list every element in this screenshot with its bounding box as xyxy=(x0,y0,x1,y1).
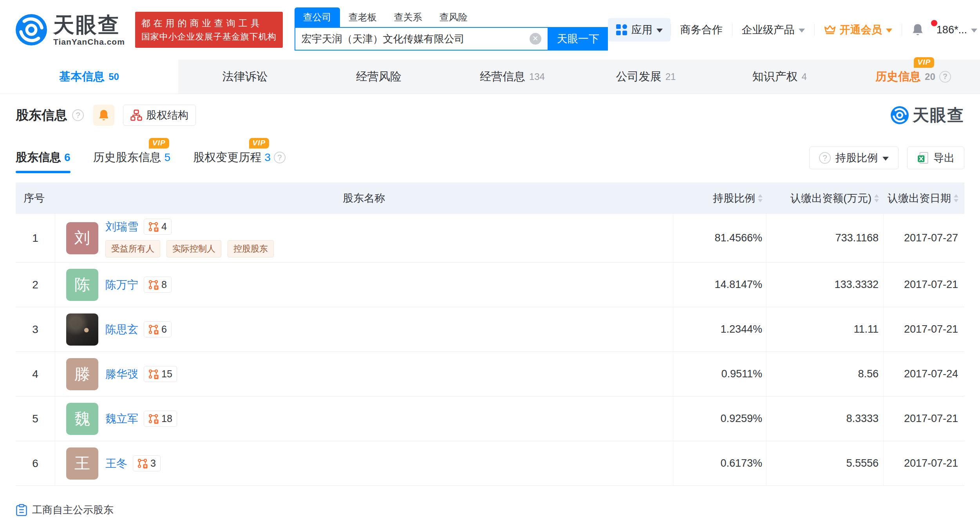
nav-tab-count: 134 xyxy=(529,71,545,82)
main-content: 股东信息 ? 股权结构 xyxy=(0,104,980,517)
shareholder-cell: 王 王冬 xyxy=(55,441,673,485)
apps-button[interactable]: 应用 xyxy=(608,18,671,42)
row-index: 5 xyxy=(16,397,55,441)
shareholder-name-line: 王冬 3 xyxy=(105,455,161,471)
column-header-date[interactable]: 认缴出资日期 xyxy=(883,191,964,205)
related-companies-badge[interactable]: 8 xyxy=(144,277,172,293)
nav-tab-legal[interactable]: 法律诉讼 xyxy=(178,60,312,94)
shareholder-name-link[interactable]: 刘瑞雪 xyxy=(105,219,138,234)
shareholder-table: 序号 股东名称 持股比例 认缴出资额(万元) 认缴出资日期 xyxy=(16,183,964,486)
amount-cell: 8.56 xyxy=(766,352,883,396)
clear-icon[interactable]: × xyxy=(530,33,541,45)
subtab-equity-change-history[interactable]: 股权变更历程 VIP 3 ? xyxy=(193,150,286,173)
search-tab-company[interactable]: 查公司 xyxy=(295,7,340,27)
subtab-count: 6 xyxy=(64,151,71,164)
column-header-index: 序号 xyxy=(16,191,55,205)
related-companies-count: 4 xyxy=(161,221,167,232)
nav-tab-label: 法律诉讼 xyxy=(222,69,268,85)
nav-tab-intellectual-property[interactable]: 知识产权 4 xyxy=(713,60,846,94)
help-icon[interactable]: ? xyxy=(72,109,84,121)
column-header-amount[interactable]: 认缴出资额(万元) xyxy=(766,191,883,205)
date-cell: 2017-07-21 xyxy=(883,397,964,441)
shareholder-avatar[interactable]: 滕 xyxy=(66,358,98,390)
related-companies-badge[interactable]: 15 xyxy=(144,366,177,382)
shareholder-name-link[interactable]: 陈万宁 xyxy=(105,277,138,292)
table-row: 5 魏 魏立军 xyxy=(16,397,964,441)
nav-tab-label: 公司发展 xyxy=(616,69,662,85)
top-header: 天眼查 TianYanCha.com 都在用的商业查询工具 国家中小企业发展子基… xyxy=(0,0,980,60)
bell-icon xyxy=(911,23,924,36)
header-right: 应用 商务合作 企业级产品 开通会员 xyxy=(608,18,980,42)
nav-tab-history-info[interactable]: 历史信息 VIP 20 ? xyxy=(846,60,980,94)
search-tab-risk[interactable]: 查风险 xyxy=(431,7,476,27)
monitor-bell-button[interactable] xyxy=(93,105,114,126)
biz-cooperation-link[interactable]: 商务合作 xyxy=(671,23,732,37)
search-button[interactable]: 天眼一下 xyxy=(548,27,608,51)
shareholder-avatar[interactable]: 刘 xyxy=(66,222,98,254)
relation-graph-icon xyxy=(137,458,148,469)
nav-tab-company-development[interactable]: 公司发展 21 xyxy=(579,60,713,94)
shareholder-avatar[interactable]: 魏 xyxy=(66,403,98,435)
nav-tab-basic-info[interactable]: 基本信息 50 xyxy=(0,60,178,94)
nav-tab-count: 20 xyxy=(925,71,935,82)
nav-tab-operating-info[interactable]: 经营信息 134 xyxy=(445,60,579,94)
ratio-cell: 0.6173% xyxy=(673,441,766,485)
shareholder-name-link[interactable]: 滕华弢 xyxy=(105,367,138,382)
watermark-logo: 天眼查 xyxy=(891,104,964,126)
relation-graph-icon xyxy=(148,280,159,290)
related-companies-count: 3 xyxy=(150,458,156,469)
equity-structure-label: 股权结构 xyxy=(146,108,188,122)
shareholder-name-line: 刘瑞雪 4 xyxy=(105,219,274,235)
search-tab-relation[interactable]: 查关系 xyxy=(385,7,431,27)
watermark-text: 天眼查 xyxy=(913,104,964,126)
shareholder-name-line: 陈万宁 8 xyxy=(105,277,172,293)
promo-banner: 都在用的商业查询工具 国家中小企业发展子基金旗下机构 xyxy=(135,12,283,48)
sort-icon[interactable] xyxy=(758,194,763,203)
search-tab-boss[interactable]: 查老板 xyxy=(340,7,385,27)
shareholder-name-line: 滕华弢 15 xyxy=(105,366,177,382)
shareholder-name-link[interactable]: 陈思玄 xyxy=(105,322,138,337)
excel-icon xyxy=(917,152,929,164)
sort-icon[interactable] xyxy=(953,194,959,203)
export-button[interactable]: 导出 xyxy=(907,147,964,169)
shareholder-avatar[interactable] xyxy=(66,313,98,346)
related-companies-badge[interactable]: 6 xyxy=(144,321,172,337)
search-input[interactable] xyxy=(302,33,530,45)
sort-icon[interactable] xyxy=(874,194,879,203)
nav-tab-label: 知识产权 xyxy=(752,69,798,85)
nav-tab-operating-risk[interactable]: 经营风险 xyxy=(312,60,445,94)
tianyancha-eye-icon xyxy=(891,106,909,124)
shareholder-name-link[interactable]: 王冬 xyxy=(105,456,127,471)
shareholder-info: 魏立军 18 xyxy=(105,411,177,427)
related-companies-count: 15 xyxy=(161,368,172,380)
enterprise-product-menu[interactable]: 企业级产品 xyxy=(732,23,814,37)
user-menu[interactable]: 186*... xyxy=(933,24,980,36)
shareholder-info: 滕华弢 15 xyxy=(105,366,177,382)
open-membership-menu[interactable]: 开通会员 xyxy=(815,23,902,37)
help-icon[interactable]: ? xyxy=(939,71,951,83)
column-header-label: 认缴出资日期 xyxy=(888,191,951,205)
related-companies-badge[interactable]: 3 xyxy=(133,455,161,471)
help-icon[interactable]: ? xyxy=(274,152,286,163)
relation-graph-icon xyxy=(148,414,159,424)
date-cell: 2017-07-21 xyxy=(883,307,964,351)
chevron-down-icon xyxy=(882,157,889,161)
related-companies-badge[interactable]: 4 xyxy=(144,219,172,235)
nav-tab-count: 50 xyxy=(108,71,119,82)
shareholder-avatar[interactable]: 陈 xyxy=(66,269,98,301)
notification-bell-button[interactable] xyxy=(902,23,933,36)
shareholder-avatar[interactable]: 王 xyxy=(66,447,98,480)
subtab-shareholders[interactable]: 股东信息 6 xyxy=(16,150,71,173)
subtab-label: 股权变更历程 xyxy=(193,150,261,165)
brand-logo[interactable]: 天眼查 TianYanCha.com xyxy=(16,14,125,46)
column-header-ratio[interactable]: 持股比例 xyxy=(673,191,766,205)
shareholder-name-link[interactable]: 魏立军 xyxy=(105,411,138,426)
subtab-history-shareholders[interactable]: 历史股东信息 VIP 5 xyxy=(93,150,171,173)
sort-by-ratio-dropdown[interactable]: ? 持股比例 xyxy=(809,147,899,169)
membership-label: 开通会员 xyxy=(840,23,882,37)
related-companies-badge[interactable]: 18 xyxy=(144,411,177,427)
row-index: 4 xyxy=(16,352,55,396)
equity-structure-button[interactable]: 股权结构 xyxy=(123,105,196,126)
brand-domain: TianYanCha.com xyxy=(53,38,125,46)
related-companies-count: 6 xyxy=(161,324,167,335)
